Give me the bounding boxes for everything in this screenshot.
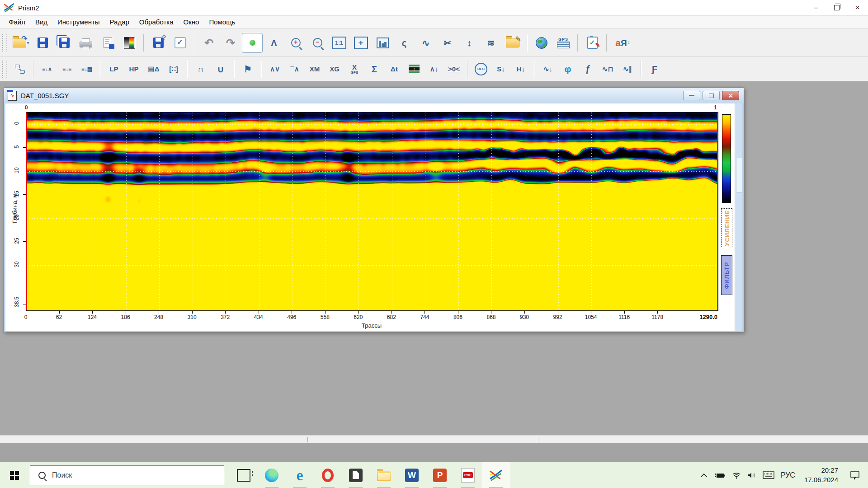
export-image-button[interactable] — [97, 33, 118, 53]
static-correction-button[interactable]: ¯∧ — [285, 61, 304, 78]
merge-traces-button[interactable]: ≡↓▤ — [77, 61, 96, 78]
menu-item-4[interactable]: Обработка — [134, 16, 179, 28]
taskbar-app-word[interactable]: W — [398, 462, 426, 488]
document-titlebar[interactable]: ∿ DAT_0051.SGY ✕ — [4, 88, 744, 103]
smooth-bump-button[interactable]: ∩ — [191, 61, 210, 78]
taskbar-app-task-view[interactable] — [230, 462, 258, 488]
menu-item-5[interactable]: Окно — [179, 16, 204, 28]
save-copy-button[interactable] — [54, 33, 75, 53]
frequency-analysis-button[interactable]: f — [578, 61, 597, 78]
undo-button[interactable]: ↶ — [198, 33, 219, 53]
high-pass-filter-button[interactable]: HP — [124, 61, 143, 78]
open-file-button[interactable]: ▾ — [10, 33, 31, 53]
taskbar-app-pdf-reader[interactable]: PDF — [454, 462, 482, 488]
vertical-scrollbar[interactable] — [735, 103, 742, 331]
minimize-button[interactable]: – — [806, 0, 826, 15]
menu-item-2[interactable]: Инструменты — [52, 16, 105, 28]
low-pass-filter-button[interactable]: LP — [104, 61, 123, 78]
zoom-in-button[interactable]: + — [285, 33, 306, 53]
edit-annotations-button[interactable] — [502, 33, 523, 53]
taskbar-app-prism2[interactable] — [482, 462, 510, 488]
print-button[interactable] — [75, 33, 96, 53]
taskbar-app-edge[interactable] — [258, 462, 286, 488]
toolbar-grip[interactable] — [2, 34, 7, 52]
histogram-button[interactable] — [372, 33, 393, 53]
color-palette-button[interactable] — [119, 33, 140, 53]
menu-item-6[interactable]: Помощь — [204, 16, 240, 28]
taskbar-app-internet-explorer[interactable]: e — [286, 462, 314, 488]
volume-icon[interactable] — [747, 472, 756, 479]
translate-button[interactable]: aЯ↕ — [611, 33, 632, 53]
decimation-button[interactable]: DEC — [472, 61, 491, 78]
expand-amplitude-button[interactable]: ∧∨ — [265, 61, 284, 78]
start-button[interactable] — [0, 462, 29, 488]
stack-traces-button[interactable]: ≡↓≡ — [57, 61, 76, 78]
scrollbar-thumb[interactable] — [736, 158, 742, 192]
toolbar-grip[interactable] — [2, 61, 7, 78]
time-shift-button[interactable]: Δt — [385, 61, 404, 78]
zoom-out-button[interactable]: − — [307, 33, 328, 53]
battery-icon[interactable] — [714, 472, 726, 479]
save-parameters-button[interactable]: ? — [148, 33, 169, 53]
pulse-transform-button[interactable]: ∿⊓ — [598, 61, 617, 78]
options-check-button[interactable]: ✓ — [170, 33, 190, 53]
wavelet-view-button[interactable]: Λ — [264, 33, 284, 53]
vertical-stretch-button[interactable]: ↕ — [459, 33, 480, 53]
trace-shape-button[interactable]: ς — [394, 33, 415, 53]
edit-marks-button[interactable]: ⚑ — [238, 61, 257, 78]
peak-align-button[interactable]: ∧↓ — [425, 61, 443, 78]
doc-close-button[interactable]: ✕ — [722, 91, 739, 100]
wifi-icon[interactable] — [732, 472, 741, 479]
set-height-button[interactable]: H↓ — [511, 61, 530, 78]
zero-offset-button[interactable]: >0< — [444, 61, 463, 78]
doc-minimize-button[interactable] — [683, 91, 700, 100]
subtract-mean-button[interactable]: XM — [305, 61, 324, 78]
tray-expand-button[interactable] — [700, 473, 708, 478]
report-check-button[interactable]: ✓ — [582, 33, 603, 53]
menu-item-3[interactable]: Радар — [105, 16, 134, 28]
taskbar-app-file-explorer[interactable] — [370, 462, 398, 488]
app-titlebar[interactable]: Prism2 – × — [0, 0, 868, 15]
gps-correction-button[interactable]: XGPS — [345, 61, 364, 78]
save-file-button[interactable] — [32, 33, 53, 53]
color-scale-bar[interactable] — [722, 114, 731, 203]
filter-designer-button[interactable]: Ƒ — [645, 61, 664, 78]
spread-view-button[interactable]: ≋ — [481, 33, 501, 53]
wiggle-view-button[interactable]: ∿ — [415, 33, 436, 53]
restore-button[interactable] — [826, 0, 847, 15]
menu-item-0[interactable]: Файл — [4, 16, 30, 28]
language-indicator[interactable]: РУС — [781, 471, 795, 479]
gps-table-button[interactable]: GPS — [553, 33, 574, 53]
action-center-button[interactable] — [850, 471, 860, 480]
doc-restore-button[interactable] — [703, 91, 720, 100]
deconvolution-button[interactable]: ∿↓ — [538, 61, 557, 78]
set-start-button[interactable]: S↓ — [491, 61, 510, 78]
point-mode-button[interactable] — [242, 33, 263, 53]
smooth-dip-button[interactable]: ∪ — [211, 61, 230, 78]
subtract-gain-button[interactable]: XG — [325, 61, 344, 78]
fit-to-window-button[interactable]: + — [350, 33, 371, 53]
clock[interactable]: 20:27 17.06.2024 — [802, 465, 841, 485]
ground-align-button[interactable]: ↕ — [405, 61, 424, 78]
taskbar-app-powerpoint[interactable]: P — [426, 462, 454, 488]
gain-button[interactable]: УСИЛЕНИЕ — [721, 208, 732, 247]
collapse-traces-button[interactable]: ≡↓∧ — [38, 61, 57, 78]
close-button[interactable]: × — [847, 0, 868, 15]
redo-button[interactable]: ↷ — [220, 33, 241, 53]
search-input[interactable]: Поиск — [30, 465, 224, 485]
spike-transform-button[interactable]: ∿∥ — [618, 61, 637, 78]
processing-flow-button[interactable] — [10, 61, 29, 78]
background-removal-button[interactable]: ▤Δ — [144, 61, 163, 78]
filter-button[interactable]: ФИЛЬТР — [721, 255, 732, 295]
radargram-canvas[interactable] — [26, 112, 718, 311]
cut-section-button[interactable]: ✂ — [437, 33, 458, 53]
keyboard-icon[interactable] — [763, 471, 774, 479]
sum-traces-button[interactable]: Σ — [365, 61, 384, 78]
phase-correction-button[interactable]: φ — [558, 61, 577, 78]
taskbar-app-dark-app[interactable] — [342, 462, 370, 488]
matrix-filter-button[interactable]: [∷] — [164, 61, 183, 78]
taskbar-app-opera[interactable] — [314, 462, 342, 488]
menu-item-1[interactable]: Вид — [30, 16, 52, 28]
scale-1-1-button[interactable]: 1:1 — [329, 33, 349, 53]
map-view-button[interactable] — [531, 33, 552, 53]
